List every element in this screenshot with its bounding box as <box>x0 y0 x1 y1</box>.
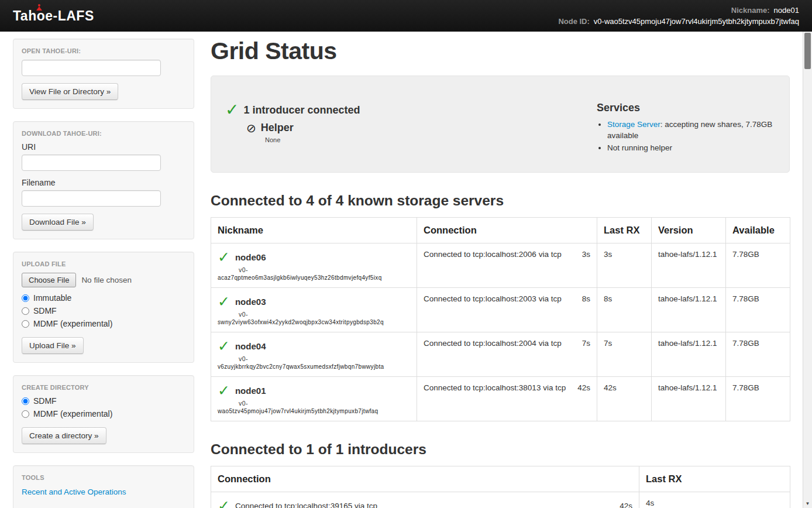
radio-dir-sdmf-input[interactable] <box>22 397 29 405</box>
server-version: tahoe-lafs/1.12.1 <box>652 332 726 377</box>
sidebar: OPEN TAHOE-URI: View File or Directory »… <box>13 39 194 508</box>
radio-dir-mdmf[interactable]: MDMF (experimental) <box>22 409 185 418</box>
create-directory-label: CREATE DIRECTORY <box>22 384 185 391</box>
check-icon: ✓ <box>218 339 230 353</box>
server-id-prefix: v0- <box>239 355 410 362</box>
server-nickname: node01 <box>235 386 266 396</box>
services-block: Services Storage Server: accepting new s… <box>597 102 775 155</box>
topbar: Tahoe-LAFS Nickname:node01 Node ID:v0-wa… <box>0 0 812 32</box>
download-file-button[interactable]: Download File » <box>22 214 94 231</box>
connection-text: Connected to tcp:localhost:38013 via tcp <box>424 383 566 392</box>
radio-immutable-label: Immutable <box>33 293 71 303</box>
no-file-chosen-text: No file chosen <box>81 276 132 284</box>
storage-server-link[interactable]: Storage Server <box>607 120 660 129</box>
radio-immutable-input[interactable] <box>22 294 29 302</box>
tahoe-lafs-logo[interactable]: Tahoe-LAFS <box>13 8 94 24</box>
helper-status: Helper <box>261 122 294 134</box>
column-header-connection: Connection <box>417 218 597 243</box>
status-well: ✓ 1 introducer connected ⊘ Helper None S… <box>211 75 790 173</box>
download-filename-input[interactable] <box>22 190 161 207</box>
radio-mdmf-label: MDMF (experimental) <box>33 319 112 328</box>
nickname-value: node01 <box>774 6 799 15</box>
upload-panel: UPLOAD FILE Choose File No file chosen I… <box>13 252 194 363</box>
open-uri-label: OPEN TAHOE-URI: <box>22 47 185 54</box>
check-icon: ✓ <box>218 294 230 309</box>
check-icon: ✓ <box>218 499 230 508</box>
upload-file-button[interactable]: Upload File » <box>22 337 84 354</box>
logo-text: Tahoe-LAFS <box>13 8 94 23</box>
last-rx: 42s <box>597 377 652 421</box>
no-helper-icon: ⊘ <box>246 122 256 134</box>
servers-table: Nickname Connection Last RX Version Avai… <box>211 217 790 421</box>
last-rx: 4s <box>639 492 790 508</box>
download-panel: DOWNLOAD TAHOE-URI: URI Filename Downloa… <box>13 121 194 239</box>
page-title: Grid Status <box>211 37 790 65</box>
tools-label: TOOLS <box>22 474 185 481</box>
open-uri-panel: OPEN TAHOE-URI: View File or Directory » <box>13 39 194 109</box>
server-id-prefix: v0- <box>239 266 410 273</box>
scrollbar[interactable]: ▼ <box>803 32 812 508</box>
scroll-down-icon[interactable]: ▼ <box>803 499 812 508</box>
server-id-hash: v6zuyjkbrrkqy2bvc2cny7qwax5sxumedsxfzfjw… <box>218 363 410 370</box>
create-directory-button[interactable]: Create a directory » <box>22 427 106 444</box>
logo-figure-icon <box>36 4 42 11</box>
service-item-storage: Storage Server: accepting new shares, 7.… <box>607 119 775 141</box>
server-row: ✓ node04 v0- v6zuyjkbrrkqy2bvc2cny7qwax5… <box>211 332 790 377</box>
server-available: 7.78GB <box>726 377 790 421</box>
last-rx: 3s <box>597 243 652 288</box>
server-available: 7.78GB <box>726 243 790 288</box>
radio-sdmf-input[interactable] <box>22 307 29 315</box>
create-directory-panel: CREATE DIRECTORY SDMF MDMF (experimental… <box>13 375 194 453</box>
open-uri-input[interactable] <box>22 60 161 76</box>
radio-dir-sdmf-label: SDMF <box>33 396 57 406</box>
connection-age: 8s <box>582 294 590 303</box>
server-id-prefix: v0- <box>239 311 410 318</box>
introducers-table: Connection Last RX ✓ Connected to tcp:lo… <box>211 466 790 508</box>
radio-immutable[interactable]: Immutable <box>22 293 185 303</box>
server-version: tahoe-lafs/1.12.1 <box>652 243 726 288</box>
connection-age: 7s <box>582 339 590 348</box>
node-id-label: Node ID: <box>558 17 589 26</box>
download-uri-field-label: URI <box>22 142 185 152</box>
column-header-version: Version <box>652 218 726 243</box>
radio-dir-mdmf-label: MDMF (experimental) <box>33 409 112 418</box>
scrollbar-thumb[interactable] <box>804 33 811 69</box>
service-item-helper: Not running helper <box>607 142 775 153</box>
server-id-hash: swny2viyw63ofxwi4x2yykd2woqjbpx3cw34xtri… <box>218 319 410 325</box>
check-icon: ✓ <box>218 383 230 398</box>
radio-sdmf[interactable]: SDMF <box>22 306 185 315</box>
download-label: DOWNLOAD TAHOE-URI: <box>22 130 185 137</box>
server-version: tahoe-lafs/1.12.1 <box>652 288 726 332</box>
node-info: Nickname:node01 Node ID:v0-wao5tzv45pmoj… <box>558 5 799 27</box>
column-header-last-rx: Last RX <box>597 218 652 243</box>
server-row: ✓ node06 v0- acaz7qptmeo6m3asjlgkb6iwlyu… <box>211 243 790 288</box>
recent-operations-link[interactable]: Recent and Active Operations <box>22 488 126 496</box>
server-id-prefix: v0- <box>239 400 410 407</box>
radio-dir-sdmf[interactable]: SDMF <box>22 396 185 406</box>
column-header-nickname: Nickname <box>211 218 417 243</box>
choose-file-button[interactable]: Choose File <box>22 273 76 287</box>
radio-mdmf-input[interactable] <box>22 320 29 328</box>
check-icon: ✓ <box>218 250 230 265</box>
connection-text: Connected to tcp:localhost:2003 via tcp <box>424 294 562 303</box>
view-file-button[interactable]: View File or Directory » <box>22 83 118 100</box>
radio-dir-mdmf-input[interactable] <box>22 410 29 418</box>
column-header-last-rx: Last RX <box>639 466 790 492</box>
download-filename-field-label: Filename <box>22 178 185 187</box>
server-row: ✓ node03 v0- swny2viyw63ofxwi4x2yykd2woq… <box>211 288 790 332</box>
download-uri-input[interactable] <box>22 155 161 171</box>
column-header-connection: Connection <box>211 466 639 492</box>
introducers-heading: Connected to 1 of 1 introducers <box>211 441 790 458</box>
radio-mdmf[interactable]: MDMF (experimental) <box>22 319 185 328</box>
server-version: tahoe-lafs/1.12.1 <box>652 377 726 421</box>
node-id-value: v0-wao5tzv45pmoju47jow7rvl4ukirjm5ytbh2k… <box>594 17 799 26</box>
connection-age: 3s <box>582 250 590 259</box>
nickname-label: Nickname: <box>731 6 770 15</box>
connection-text: Connected to tcp:localhost:39165 via tcp <box>235 502 615 508</box>
server-row: ✓ node01 v0- wao5tzv45pmoju47jow7rvl4uki… <box>211 377 790 421</box>
connection-age: 42s <box>620 502 632 508</box>
connection-age: 42s <box>577 383 590 392</box>
server-nickname: node04 <box>235 341 266 351</box>
upload-label: UPLOAD FILE <box>22 260 185 267</box>
server-id-hash: wao5tzv45pmoju47jow7rvl4ukirjm5ytbh2kjty… <box>218 408 410 414</box>
